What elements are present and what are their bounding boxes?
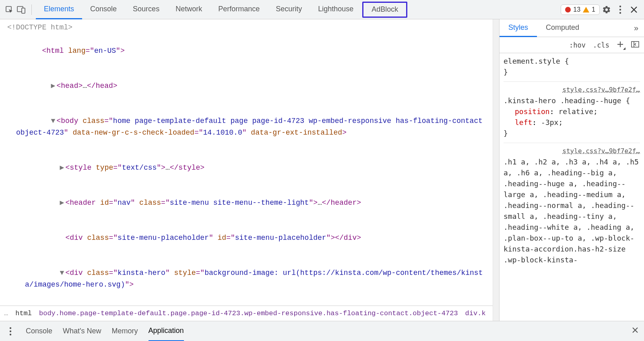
header-node[interactable]: ▶<header id="nav" class="site-menu site-…: [7, 185, 493, 220]
rule-close: }: [504, 128, 640, 139]
style-node[interactable]: ▶<style type="text/css">…</style>: [7, 150, 493, 185]
warning-count: 1: [592, 6, 595, 13]
hero-node[interactable]: ▼<div class="kinsta-hero" style="backgro…: [7, 256, 493, 302]
scrollbar[interactable]: [493, 19, 499, 321]
svg-point-3: [619, 5, 621, 7]
panel-tabs: Elements Console Sources Network Perform…: [36, 0, 408, 19]
rule-source[interactable]: style.css?v…9bf7e2f…: [504, 146, 640, 156]
svg-rect-2: [22, 8, 25, 13]
svg-point-8: [10, 327, 11, 329]
more-icon[interactable]: [613, 3, 627, 17]
crumb-item[interactable]: div.k: [465, 310, 486, 317]
rule-close: }: [504, 67, 640, 77]
html-node[interactable]: <html lang="en-US">: [7, 33, 493, 69]
rule-selector: .kinsta-hero .heading--huge {: [504, 95, 640, 106]
hov-toggle[interactable]: :hov: [569, 41, 586, 49]
tab-lighthouse[interactable]: Lighthouse: [310, 0, 361, 19]
crumb-item[interactable]: body.home.page-template-default.page.pag…: [39, 310, 458, 317]
more-tabs-icon[interactable]: »: [628, 23, 644, 33]
new-rule-icon[interactable]: ◢: [617, 41, 624, 50]
devtools-toolbar: Elements Console Sources Network Perform…: [0, 0, 644, 19]
tab-network[interactable]: Network: [167, 0, 210, 19]
close-devtools-icon[interactable]: [627, 3, 641, 17]
hero-content-node[interactable]: ▼<div class="kinsta-hero-content color--…: [7, 302, 493, 306]
tab-performance[interactable]: Performance: [210, 0, 268, 19]
rule-selector: .h1 a, .h2 a, .h3 a, .h4 a, .h5 a, .h6 a…: [504, 156, 640, 265]
crumb-overflow-icon[interactable]: …: [4, 310, 8, 317]
svg-point-5: [619, 12, 621, 13]
main-split: <!DOCTYPE html> <html lang="en-US"> ▶<he…: [0, 19, 644, 321]
device-toggle-icon[interactable]: [15, 4, 27, 16]
rule-declaration[interactable]: position: relative;: [504, 106, 640, 117]
side-tab-styles[interactable]: Styles: [500, 19, 537, 37]
side-tabs: Styles Computed »: [500, 19, 644, 37]
tab-elements[interactable]: Elements: [36, 0, 82, 19]
tab-adblock[interactable]: AdBlock: [362, 2, 407, 18]
body-node[interactable]: ▼<body class="home page-template-default…: [7, 104, 493, 150]
styles-toolbar: :hov .cls ◢: [500, 37, 644, 53]
svg-point-4: [619, 8, 621, 10]
drawer-tab-whatsnew[interactable]: What's New: [63, 327, 101, 335]
toggle-sidebar-icon[interactable]: [631, 41, 639, 49]
rule-source[interactable]: style.css?v…9bf7e2f…: [504, 84, 640, 95]
styles-rules[interactable]: element.style { } style.css?v…9bf7e2f… .…: [500, 53, 644, 321]
cls-toggle[interactable]: .cls: [593, 41, 609, 49]
drawer: Console What's New Memory Application: [0, 321, 644, 341]
rule-declaration[interactable]: left: -3px;: [504, 117, 640, 128]
svg-point-9: [10, 330, 11, 332]
inspect-icon[interactable]: [3, 4, 15, 16]
error-count: 13: [573, 6, 580, 13]
dom-tree[interactable]: <!DOCTYPE html> <html lang="en-US"> ▶<he…: [0, 19, 493, 306]
drawer-more-icon[interactable]: [6, 327, 15, 336]
drawer-tab-memory[interactable]: Memory: [112, 327, 138, 335]
tab-console[interactable]: Console: [82, 0, 125, 19]
element-style-rule[interactable]: element.style { }: [504, 56, 640, 77]
crumb-item[interactable]: html: [15, 310, 32, 317]
head-node[interactable]: ▶<head>…</head>: [7, 69, 493, 104]
drawer-tab-console[interactable]: Console: [26, 327, 52, 335]
elements-panel: <!DOCTYPE html> <html lang="en-US"> ▶<he…: [0, 19, 493, 321]
separator: [31, 4, 32, 15]
style-rule[interactable]: style.css?v…9bf7e2f… .kinsta-hero .headi…: [504, 81, 640, 139]
svg-point-10: [10, 333, 11, 335]
rule-selector: element.style {: [504, 56, 640, 67]
error-icon: [565, 7, 571, 12]
placeholder-node[interactable]: <div class="site-menu-placeholder" id="s…: [7, 220, 493, 256]
doctype-node[interactable]: <!DOCTYPE html>: [7, 22, 493, 33]
settings-icon[interactable]: [600, 3, 613, 17]
drawer-close-icon[interactable]: [632, 327, 638, 335]
tab-sources[interactable]: Sources: [125, 0, 167, 19]
side-tab-computed[interactable]: Computed: [537, 19, 588, 37]
drawer-tab-application[interactable]: Application: [149, 321, 184, 341]
tab-security[interactable]: Security: [268, 0, 310, 19]
breadcrumb[interactable]: … html body.home.page-template-default.p…: [0, 306, 493, 321]
styles-panel: Styles Computed » :hov .cls ◢ element.st…: [499, 19, 644, 321]
issue-counter[interactable]: 13 1: [561, 4, 600, 15]
warning-icon: [583, 7, 589, 12]
style-rule[interactable]: style.css?v…9bf7e2f… .h1 a, .h2 a, .h3 a…: [504, 143, 640, 265]
